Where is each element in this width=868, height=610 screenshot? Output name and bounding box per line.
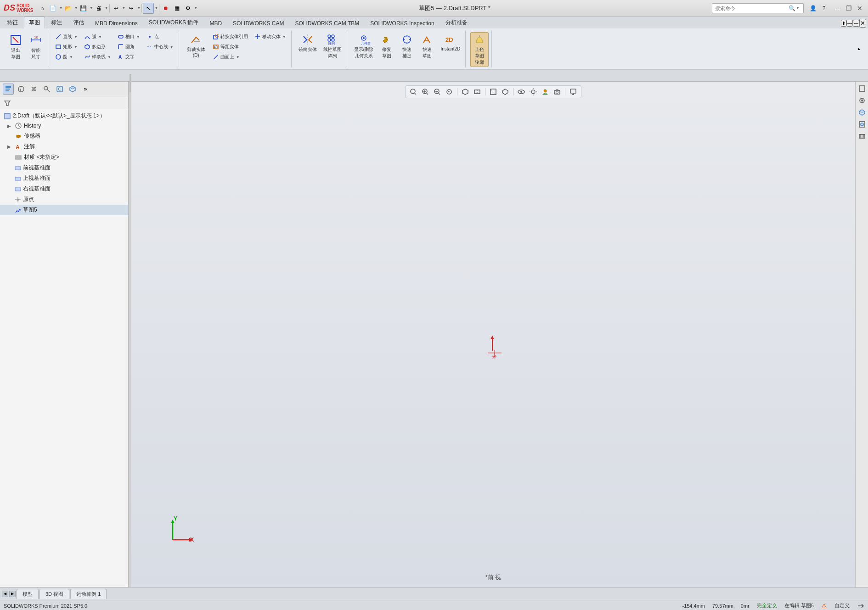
smart-dim-btn[interactable]: 10 智能尺寸 bbox=[27, 32, 45, 62]
tab-sw-addins[interactable]: SOLIDWORKS 插件 bbox=[144, 17, 204, 28]
title-select-btn[interactable]: ↖ bbox=[143, 3, 154, 14]
restore-btn[interactable]: ❐ bbox=[844, 4, 853, 13]
title-open-arrow[interactable]: ▼ bbox=[74, 6, 78, 10]
title-settings-arrow[interactable]: ▼ bbox=[194, 6, 197, 10]
vp-section-btn[interactable] bbox=[472, 87, 482, 97]
title-save-btn[interactable]: 💾 bbox=[78, 3, 89, 14]
quick-snap-btn[interactable]: 快速捕捉 bbox=[398, 32, 416, 61]
ribbon-min-btn[interactable]: — bbox=[853, 20, 859, 27]
vp-hide-show-btn[interactable] bbox=[516, 87, 526, 97]
slot-btn[interactable]: 槽口▼ bbox=[115, 32, 142, 41]
vp-prev-view-btn[interactable] bbox=[444, 87, 454, 97]
title-settings-btn[interactable]: ⚙ bbox=[182, 3, 193, 14]
vp-zoom-in-btn[interactable] bbox=[420, 87, 430, 97]
ribbon-close-btn[interactable]: ✕ bbox=[859, 19, 866, 28]
line-btn[interactable]: 直线▼ bbox=[53, 32, 80, 41]
panel-search-btn[interactable] bbox=[41, 84, 52, 95]
tree-item-top-plane[interactable]: 上视基准面 bbox=[0, 173, 128, 184]
tab-markup[interactable]: 标注 bbox=[46, 17, 67, 28]
title-print-arrow[interactable]: ▼ bbox=[105, 6, 108, 10]
title-save-arrow[interactable]: ▼ bbox=[90, 6, 93, 10]
polygon-btn[interactable]: 多边形 bbox=[82, 42, 113, 51]
vp-zoom-to-fit-btn[interactable] bbox=[408, 87, 418, 97]
minimize-btn[interactable]: — bbox=[833, 4, 842, 13]
point-btn[interactable]: 点 bbox=[144, 32, 176, 41]
offset-btn[interactable]: 等距实体 bbox=[210, 42, 250, 51]
tree-item-sketch5[interactable]: 草图5 bbox=[0, 205, 128, 215]
title-home-btn[interactable]: ⌂ bbox=[37, 3, 48, 14]
tree-item-material[interactable]: 材质 <未指定> bbox=[0, 152, 128, 162]
right-panel-btn3[interactable] bbox=[857, 107, 867, 118]
vp-lighting-btn[interactable] bbox=[528, 87, 538, 97]
tab-evaluate[interactable]: 评估 bbox=[68, 17, 89, 28]
tab-3d-view[interactable]: 3D 视图 bbox=[39, 589, 69, 599]
tree-item-history[interactable]: ▶ History bbox=[0, 121, 128, 131]
panel-3dview-btn[interactable] bbox=[67, 84, 78, 95]
tab-sw-inspection[interactable]: SOLIDWORKS Inspection bbox=[365, 18, 439, 28]
tab-model[interactable]: 模型 bbox=[17, 589, 39, 599]
title-select-arrow[interactable]: ▼ bbox=[154, 6, 158, 10]
ribbon-expand-btn[interactable]: ⬆ bbox=[841, 20, 846, 27]
panel-config-btn[interactable] bbox=[28, 84, 39, 95]
mirror-solid-btn[interactable]: 镜向实体 bbox=[296, 32, 319, 54]
title-record-btn[interactable]: ⏺ bbox=[160, 3, 171, 14]
move-entity-btn[interactable]: 移动实体▼ bbox=[252, 32, 288, 41]
shear-solid-btn[interactable]: 剪裁实体(D) bbox=[184, 32, 209, 59]
tab-sw-cam-tbm[interactable]: SOLIDWORKS CAM TBM bbox=[290, 18, 364, 28]
right-panel-btn5[interactable] bbox=[857, 131, 867, 141]
vp-display-type-btn[interactable] bbox=[488, 87, 498, 97]
tree-item-right-plane[interactable]: 右视基准面 bbox=[0, 184, 128, 194]
vp-scene-btn[interactable] bbox=[540, 87, 550, 97]
linear-array-btn[interactable]: 阵列 线性草图阵列 bbox=[321, 32, 344, 61]
centerline-btn[interactable]: 中心线▼ bbox=[144, 42, 176, 51]
vp-3dview-btn[interactable] bbox=[460, 87, 470, 97]
title-undo-arrow[interactable]: ▼ bbox=[122, 6, 126, 10]
tree-item-sensor[interactable]: 传感器 bbox=[0, 131, 128, 141]
title-new-btn[interactable]: 📄 bbox=[48, 3, 59, 14]
color-sketch-btn[interactable]: 上色草图轮廓 bbox=[470, 32, 489, 67]
tab-mbd-dimensions[interactable]: MBD Dimensions bbox=[90, 18, 143, 28]
tab-mbd[interactable]: MBD bbox=[204, 18, 227, 28]
instant2d-btn[interactable]: 2D Instant2D bbox=[438, 32, 462, 53]
rect-btn[interactable]: 矩形▼ bbox=[53, 42, 80, 51]
right-panel-btn4[interactable] bbox=[857, 119, 867, 129]
right-panel-btn2[interactable] bbox=[857, 95, 867, 106]
title-undo-btn[interactable]: ↩ bbox=[111, 3, 122, 14]
tree-item-front-plane[interactable]: 前视基准面 bbox=[0, 162, 128, 173]
title-open-btn[interactable]: 📂 bbox=[63, 3, 74, 14]
title-user-btn[interactable]: 👤 bbox=[807, 3, 818, 14]
right-panel-btn1[interactable] bbox=[857, 84, 867, 94]
title-redo-arrow[interactable]: ▼ bbox=[137, 6, 141, 10]
title-help-btn[interactable]: ? bbox=[818, 3, 829, 14]
search-icon[interactable]: 🔍 bbox=[789, 5, 795, 11]
title-redo-btn[interactable]: ↪ bbox=[125, 3, 136, 14]
close-btn[interactable]: ✕ bbox=[855, 4, 864, 13]
next-tab-btn[interactable]: ▶ bbox=[9, 591, 16, 597]
tree-root-item[interactable]: 2.Draft（默认<<默认>_显示状态 1>） bbox=[0, 111, 128, 121]
panel-featuretree-btn[interactable] bbox=[3, 84, 14, 95]
viewport[interactable]: Y X ✳ *前 视 bbox=[131, 82, 855, 587]
search-input[interactable] bbox=[715, 6, 789, 11]
panel-more-btn[interactable]: » bbox=[80, 84, 91, 95]
spline-btn[interactable]: 样条线▼ bbox=[82, 52, 113, 62]
vp-monitor-btn[interactable] bbox=[568, 87, 578, 97]
tree-item-origin[interactable]: 原点 bbox=[0, 194, 128, 205]
title-new-arrow[interactable]: ▼ bbox=[59, 6, 63, 10]
curve-offset-btn[interactable]: 曲面上▼ bbox=[210, 52, 250, 62]
vp-camera-btn[interactable] bbox=[552, 87, 562, 97]
tab-sketch[interactable]: 草图 bbox=[24, 17, 45, 28]
repair-sketch-btn[interactable]: 修复草图 bbox=[378, 32, 396, 61]
quick-sketch-btn[interactable]: 快速草图 bbox=[418, 32, 436, 61]
prev-tab-btn[interactable]: ◀ bbox=[2, 591, 8, 597]
vp-zoom-out-btn[interactable] bbox=[432, 87, 442, 97]
ribbon-scroll-up[interactable]: ▲ bbox=[853, 43, 864, 54]
arc-btn[interactable]: 弧▼ bbox=[82, 32, 113, 41]
exit-sketch-btn[interactable]: 退出草图 bbox=[6, 32, 25, 62]
tab-motion-study[interactable]: 运动算例 1 bbox=[70, 589, 107, 599]
vp-view-orient-btn[interactable] bbox=[500, 87, 510, 97]
text-btn[interactable]: A 文字 bbox=[115, 52, 142, 62]
circle-btn[interactable]: 圆▼ bbox=[53, 52, 80, 62]
panel-property-btn[interactable]: i bbox=[16, 84, 27, 95]
convert-solid-btn[interactable]: 转换实体引用 bbox=[210, 32, 250, 41]
tab-sw-cam[interactable]: SOLIDWORKS CAM bbox=[228, 18, 289, 28]
